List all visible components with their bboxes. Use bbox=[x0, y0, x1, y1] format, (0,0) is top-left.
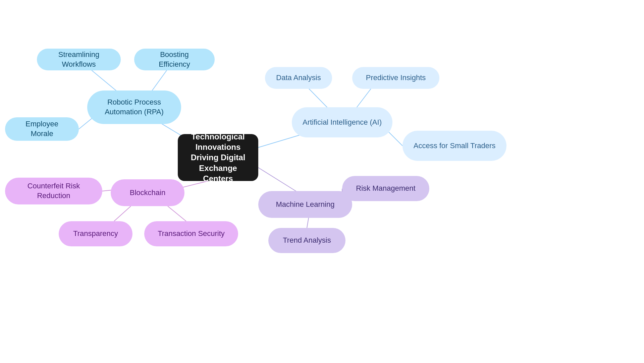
ai-label: Artificial Intelligence (AI) bbox=[303, 118, 382, 127]
streamlining-node: Streamlining Workflows bbox=[37, 49, 121, 70]
rpa-node: Robotic Process Automation (RPA) bbox=[87, 90, 181, 124]
svg-line-11 bbox=[168, 206, 186, 221]
mind-map-container: Technological Innovations Driving Digita… bbox=[0, 0, 644, 363]
ml-label: Machine Learning bbox=[276, 200, 335, 209]
access-label: Access for Small Traders bbox=[414, 141, 496, 151]
counterfeit-node: Counterfeit Risk Reduction bbox=[5, 178, 102, 204]
svg-line-10 bbox=[114, 206, 131, 221]
data-analysis-node: Data Analysis bbox=[265, 67, 332, 89]
ml-node: Machine Learning bbox=[258, 191, 352, 218]
access-node: Access for Small Traders bbox=[402, 131, 506, 161]
svg-line-12 bbox=[258, 168, 299, 193]
trend-node: Trend Analysis bbox=[268, 228, 345, 253]
employee-label: Employee Morale bbox=[14, 119, 69, 138]
blockchain-label: Blockchain bbox=[130, 188, 165, 198]
counterfeit-label: Counterfeit Risk Reduction bbox=[14, 181, 93, 200]
transparency-node: Transparency bbox=[59, 221, 132, 246]
transaction-label: Transaction Security bbox=[158, 229, 225, 239]
boosting-label: Boosting Efficiency bbox=[144, 50, 205, 69]
employee-node: Employee Morale bbox=[5, 117, 79, 141]
predictive-label: Predictive Insights bbox=[366, 73, 426, 83]
risk-label: Risk Management bbox=[356, 184, 415, 193]
boosting-node: Boosting Efficiency bbox=[134, 49, 215, 70]
center-label: Technological Innovations Driving Digita… bbox=[187, 131, 249, 184]
risk-node: Risk Management bbox=[342, 176, 429, 201]
data-analysis-label: Data Analysis bbox=[276, 73, 321, 83]
streamlining-label: Streamlining Workflows bbox=[46, 50, 111, 69]
rpa-label: Robotic Process Automation (RPA) bbox=[97, 98, 172, 117]
trend-label: Trend Analysis bbox=[283, 236, 331, 245]
transaction-node: Transaction Security bbox=[144, 221, 238, 246]
svg-line-14 bbox=[307, 218, 309, 228]
center-node: Technological Innovations Driving Digita… bbox=[178, 134, 258, 181]
ai-node: Artificial Intelligence (AI) bbox=[292, 107, 392, 137]
blockchain-node: Blockchain bbox=[111, 179, 184, 206]
transparency-label: Transparency bbox=[73, 229, 118, 239]
predictive-node: Predictive Insights bbox=[352, 67, 439, 89]
